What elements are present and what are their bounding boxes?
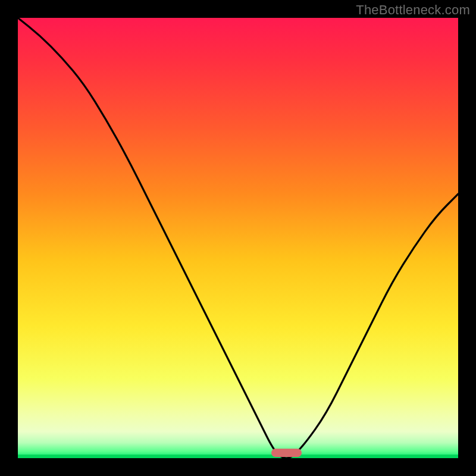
bottleneck-curve: [18, 18, 458, 458]
plot-area: [18, 18, 458, 458]
optimal-point-marker: [271, 449, 302, 457]
watermark-text: TheBottleneck.com: [356, 2, 470, 18]
chart-frame: TheBottleneck.com: [0, 0, 476, 476]
